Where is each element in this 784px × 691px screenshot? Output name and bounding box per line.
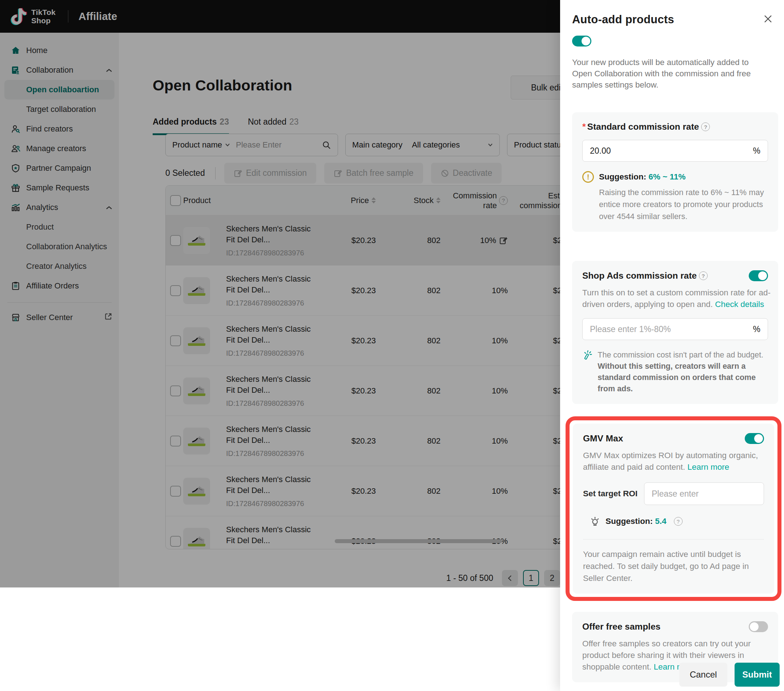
table-row[interactable]: Skechers Men's Classic Fit Del Del... ID… xyxy=(166,316,560,366)
check-details-link[interactable]: Check details xyxy=(715,300,764,309)
sidebar-item-manage-creators[interactable]: Manage creators xyxy=(0,139,119,158)
price-cell: $20.23 xyxy=(325,386,376,396)
tab-added-products[interactable]: Added products 23 xyxy=(153,117,229,135)
product-image xyxy=(183,277,210,304)
sidebar-item-seller-center[interactable]: Seller Center xyxy=(0,308,119,327)
column-price[interactable]: Price xyxy=(325,196,376,205)
table-row[interactable]: Skechers Men's Classic Fit Del Del... ID… xyxy=(166,366,560,416)
tiktok-logo-icon xyxy=(10,6,28,26)
row-checkbox[interactable] xyxy=(170,385,181,397)
sidebar-item-affiliate-orders[interactable]: Affiliate Orders xyxy=(0,276,119,296)
row-checkbox[interactable] xyxy=(170,235,181,246)
page-2-button[interactable]: 2 xyxy=(544,570,560,586)
shop-ads-rate-input[interactable]: Please enter 1%-80% % xyxy=(582,318,768,340)
column-commission-rate: Commission rate xyxy=(441,191,508,211)
sort-icon[interactable] xyxy=(371,197,376,204)
chevron-up-icon xyxy=(106,66,112,75)
table-row[interactable]: Skechers Men's Classic Fit Del Del... ID… xyxy=(166,466,560,516)
app-name: Affiliate xyxy=(79,10,117,23)
row-checkbox[interactable] xyxy=(170,436,181,446)
bulk-edit-button[interactable]: Bulk edit xyxy=(511,76,560,100)
row-checkbox[interactable] xyxy=(170,285,181,296)
find-creators-icon xyxy=(11,124,20,134)
gmv-max-toggle[interactable] xyxy=(745,433,764,444)
target-roi-input[interactable]: Please enter xyxy=(644,482,764,505)
table-row[interactable]: Skechers Men's Classic Fit Del Del... ID… xyxy=(166,416,560,466)
sort-icon[interactable] xyxy=(436,197,441,204)
commission-cell: 10% xyxy=(441,487,508,496)
analytics-icon xyxy=(11,203,20,212)
main-category-filter[interactable]: Main category All categories xyxy=(345,134,500,156)
shop-ads-description: Turn this on to set a custom commission … xyxy=(582,287,771,310)
help-icon[interactable] xyxy=(674,517,683,526)
tab-not-added[interactable]: Not added 23 xyxy=(248,117,299,135)
gift-icon xyxy=(11,183,20,192)
sidebar-item-target-collaboration[interactable]: Target collaboration xyxy=(0,100,119,119)
auto-add-toggle[interactable] xyxy=(572,36,591,46)
deactivate-button[interactable]: Deactivate xyxy=(431,163,502,183)
partner-campaign-icon xyxy=(11,163,20,173)
product-id: ID:17284678980283976 xyxy=(226,449,325,458)
sidebar-item-find-creators[interactable]: Find creators xyxy=(0,119,119,139)
sidebar-item-collaboration-analytics[interactable]: Collaboration Analytics xyxy=(0,237,119,257)
close-icon[interactable] xyxy=(762,14,774,25)
prev-page-button[interactable] xyxy=(502,570,518,586)
product-image xyxy=(183,478,210,505)
shop-ads-note: The commission cost isn't part of the ad… xyxy=(582,349,768,395)
target-roi-row: Set target ROI Please enter xyxy=(583,482,764,505)
sidebar-item-home[interactable]: Home xyxy=(0,41,119,60)
row-checkbox[interactable] xyxy=(170,536,181,547)
cancel-button[interactable]: Cancel xyxy=(679,663,727,687)
external-link-icon xyxy=(104,313,112,322)
product-status-filter[interactable]: Product statu xyxy=(507,134,560,156)
commission-cell: 10% xyxy=(441,436,508,446)
edit-commission-button[interactable]: Edit commission xyxy=(224,163,316,183)
batch-free-sample-button[interactable]: Batch free sample xyxy=(324,163,423,183)
shop-ads-toggle[interactable] xyxy=(749,270,768,281)
search-field-selector[interactable]: Product name xyxy=(172,140,230,150)
price-cell: $20.23 xyxy=(325,487,376,496)
main-content: Open Collaboration Bulk edit Added produ… xyxy=(119,33,560,587)
row-checkbox[interactable] xyxy=(170,335,181,346)
shop-ads-label: Shop Ads commission rate xyxy=(582,271,708,281)
edit-commission-icon[interactable] xyxy=(499,236,508,245)
sidebar-divider xyxy=(7,302,112,303)
help-icon[interactable] xyxy=(699,271,708,280)
row-checkbox[interactable] xyxy=(170,486,181,497)
help-icon[interactable] xyxy=(499,196,508,205)
sidebar-item-product[interactable]: Product xyxy=(0,217,119,237)
learn-more-link[interactable]: Learn more xyxy=(687,462,729,472)
est-commission-cell: $2 xyxy=(508,236,560,245)
help-icon[interactable] xyxy=(701,122,710,131)
table-row[interactable]: Skechers Men's Classic Fit Del Del... ID… xyxy=(166,266,560,316)
price-cell: $20.23 xyxy=(325,286,376,295)
commission-cell: 10% xyxy=(441,236,508,245)
stock-cell: 802 xyxy=(376,236,441,245)
standard-commission-input[interactable]: 20.00 % xyxy=(582,140,768,162)
selection-toolbar: 0 Selected Edit commission Batch free sa… xyxy=(165,163,510,183)
app-background: TikTok Shop Affiliate Home Collaboration xyxy=(0,0,560,587)
page-1-button[interactable]: 1 xyxy=(523,570,539,586)
product-id: ID:17284678980283976 xyxy=(226,349,325,357)
product-name: Skechers Men's Classic xyxy=(226,374,325,385)
submit-button[interactable]: Submit xyxy=(735,663,780,687)
free-samples-toggle[interactable] xyxy=(749,621,768,632)
roi-suggestion-value: 5.4 xyxy=(655,517,666,526)
sidebar-item-sample-requests[interactable]: Sample Requests xyxy=(0,178,119,197)
percent-suffix: % xyxy=(753,146,760,156)
horizontal-scrollbar[interactable] xyxy=(335,539,502,543)
sidebar-item-creator-analytics[interactable]: Creator Analytics xyxy=(0,257,119,276)
select-all-checkbox[interactable] xyxy=(170,195,181,206)
table-row[interactable]: Skechers Men's Classic Fit Del Del... ID… xyxy=(166,516,560,550)
sidebar-item-collaboration[interactable]: Collaboration xyxy=(0,60,119,80)
sidebar-item-analytics[interactable]: Analytics xyxy=(0,197,119,217)
product-name-search[interactable]: Product name Please Enter xyxy=(165,134,338,156)
gmv-max-description: GMV Max optimizes ROI by automating orga… xyxy=(583,450,772,473)
sidebar-item-open-collaboration[interactable]: Open collaboartion xyxy=(4,80,114,100)
search-icon[interactable] xyxy=(322,140,331,150)
standard-commission-label: * Standard commission rate xyxy=(582,122,768,132)
table-row[interactable]: Skechers Men's Classic Fit Del Del... ID… xyxy=(166,216,560,266)
column-stock[interactable]: Stock xyxy=(376,196,441,205)
sidebar-item-partner-campaign[interactable]: Partner Campaign xyxy=(0,158,119,178)
search-input[interactable]: Please Enter xyxy=(236,140,322,150)
